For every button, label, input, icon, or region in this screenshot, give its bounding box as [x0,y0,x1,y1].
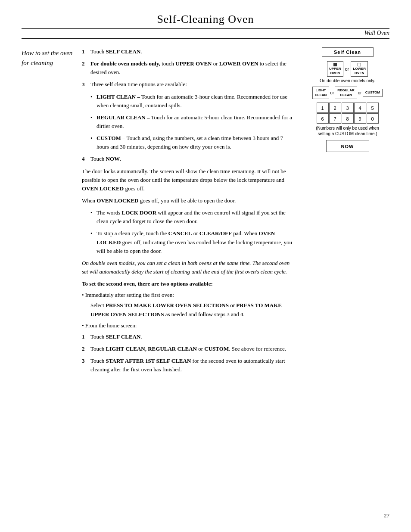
second-step-1-content: Touch SELF CLEAN. [90,333,142,341]
option1-detail: Select PRESS TO MAKE LOWER OVEN SELECTIO… [90,301,297,318]
page-title: Self-Cleaning Oven [22,13,389,26]
subtitle-rule [22,38,389,39]
light-clean-option: LIGHT CLEAN – Touch for an automatic 3-h… [90,93,297,110]
numpad-caption: (Numbers will only be used when setting … [310,125,385,137]
second-step-3-content: Touch START AFTER 1ST SELF CLEAN for the… [90,357,297,374]
option1-intro: • Immediately after setting the first ov… [82,291,297,299]
or-text-3: or [358,90,362,95]
num-0: 0 [367,113,379,124]
upper-oven-button: UPPEROVEN [327,61,343,77]
regular-clean-button: REGULARCLEAN [335,87,357,99]
step-2-num: 2 [82,59,88,77]
upper-oven-label: UPPER OVEN [175,60,212,67]
page-number: 27 [384,512,389,519]
numpad-row-2: 6 7 8 9 0 [317,113,379,124]
clean-options-row: LIGHTCLEAN or REGULARCLEAN or CUSTOM [312,87,383,99]
second-step-2: 2 Touch LIGHT CLEAN, REGULAR CLEAN or CU… [82,345,297,353]
info-bullets: The words LOCK DOOR will appear and the … [90,208,297,255]
lower-oven-label: LOWER OVEN [219,60,258,67]
numpad-row-1: 1 2 3 4 5 [317,103,379,113]
lower-oven-text: LOWEROVEN [353,67,366,75]
num-1: 1 [317,103,329,113]
step-2: 2 For double oven models only, touch UPP… [82,59,297,77]
step-2-content: For double oven models only, touch UPPER… [90,59,297,77]
second-oven-header: To set the second oven, there are two op… [82,280,297,288]
subtitle: Wall Oven [22,30,389,37]
numpad: 1 2 3 4 5 6 7 8 9 0 [317,103,379,124]
num-4: 4 [354,103,366,113]
header-rule [22,28,389,29]
italic-para: On double oven models, you can set a cle… [82,259,297,276]
self-clean-button: Self Clean [322,47,374,57]
lower-oven-icon [358,63,361,66]
cancel-bullet: To stop a clean cycle, touch the CANCEL … [90,229,297,255]
second-step-2-content: Touch LIGHT CLEAN, REGULAR CLEAN or CUST… [90,345,286,353]
step-3: 3 Three self clean time options are avai… [82,80,297,89]
custom-button: CUSTOM [363,89,383,96]
step-1-num: 1 [82,47,88,56]
step-2-bold: For double oven models only, [90,60,160,67]
step-4: 4 Touch NOW. [82,155,297,163]
lower-oven-button: LOWEROVEN [351,61,368,77]
when-oven-locked-para: When OVEN LOCKED goes off, you will be a… [82,196,297,205]
page-header: Self-Cleaning Oven [22,13,389,26]
door-locks-para: The door locks automatically. The screen… [82,167,297,193]
num-8: 8 [342,113,354,124]
second-step-1: 1 Touch SELF CLEAN. [82,333,297,341]
light-clean-button: LIGHTCLEAN [312,87,330,99]
oven-locked-2: OVEN LOCKED [97,197,138,204]
num-3: 3 [342,103,354,113]
oven-locked-1: OVEN LOCKED [82,185,124,192]
second-step-2-num: 2 [82,345,88,353]
num-7: 7 [329,113,341,124]
num-5: 5 [367,103,379,113]
or-text-1: or [345,66,349,72]
num-6: 6 [317,113,329,124]
custom-option: CUSTOM – Touch and, using the numbers, s… [90,134,297,151]
second-step-3-num: 3 [82,357,88,374]
upper-oven-icon [333,63,337,66]
oven-select-row: UPPEROVEN or LOWEROVEN [327,61,368,77]
num-2: 2 [329,103,341,113]
step-1: 1 Touch SELF CLEAN. [82,47,297,56]
sidebar-label: How to set the oven for cleaning [22,47,82,377]
step-1-content: Touch SELF CLEAN. [90,47,142,56]
diagram: Self Clean UPPEROVEN or LOWEROVEN On dou… [305,47,389,377]
instructions: 1 Touch SELF CLEAN. 2 For double oven mo… [82,47,305,377]
upper-oven-text: UPPEROVEN [329,67,341,75]
step-3-num: 3 [82,80,88,89]
clean-options-list: LIGHT CLEAN – Touch for an automatic 3-h… [90,93,297,152]
page: Self-Cleaning Oven Wall Oven How to set … [0,0,411,532]
step-3-content: Three self clean time options are availa… [90,80,187,89]
step-4-num: 4 [82,155,88,163]
main-content: How to set the oven for cleaning 1 Touch… [22,47,389,377]
self-clean-label: SELF CLEAN [106,48,141,55]
option2-intro: • From the home screen: [82,321,297,330]
now-label: NOW [106,156,120,162]
num-9: 9 [354,113,366,124]
or-text-2: or [330,90,334,95]
second-step-1-num: 1 [82,333,88,341]
lock-door-bullet: The words LOCK DOOR will appear and the … [90,208,297,226]
regular-clean-option: REGULAR CLEAN – Touch for an automatic 5… [90,113,297,131]
step-4-content: Touch NOW. [90,155,121,163]
oven-caption: On double oven models only. [320,78,375,83]
second-step-3: 3 Touch START AFTER 1ST SELF CLEAN for t… [82,357,297,374]
now-button: Now [326,140,369,152]
